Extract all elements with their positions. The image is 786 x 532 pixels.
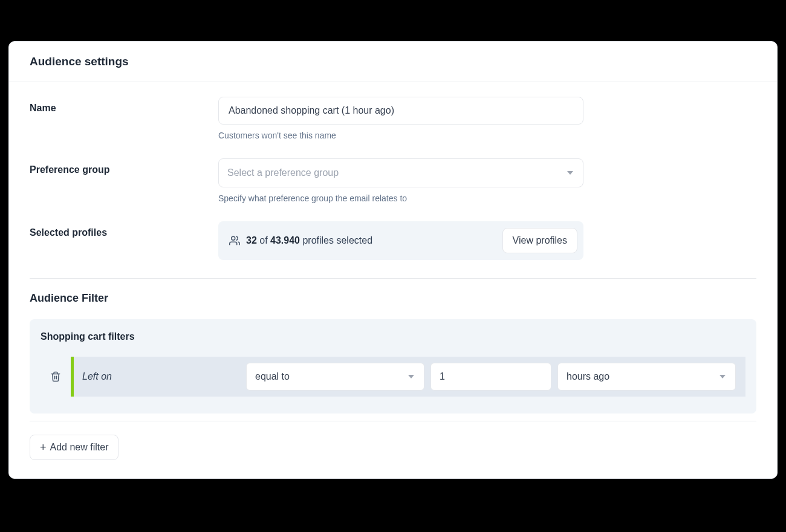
card-header: Audience settings <box>9 42 777 82</box>
filter-group-title: Shopping cart filters <box>41 331 745 342</box>
selected-profiles-panel: 32 of 43.940 profiles selected View prof… <box>218 221 583 260</box>
filter-operator-value: equal to <box>255 371 290 382</box>
selected-profiles-label: Selected profiles <box>30 227 107 238</box>
filter-field-label: Left on <box>74 371 240 382</box>
filter-operator-select[interactable]: equal to <box>246 363 424 391</box>
plus-icon: + <box>40 442 47 453</box>
page-title: Audience settings <box>30 55 756 68</box>
name-input[interactable] <box>218 97 583 125</box>
filter-group-panel: Shopping cart filters Left on <box>30 319 756 414</box>
divider <box>30 421 756 421</box>
users-icon <box>229 235 240 246</box>
preference-group-select[interactable]: Select a preference group <box>218 158 583 187</box>
name-label: Name <box>30 103 56 113</box>
preference-group-label: Preference group <box>30 164 109 175</box>
add-new-filter-label: Add new filter <box>50 442 109 453</box>
chevron-down-icon <box>719 375 726 378</box>
profiles-count-text: 32 of 43.940 profiles selected <box>246 235 372 246</box>
chevron-down-icon <box>408 375 414 378</box>
svg-point-0 <box>232 236 235 240</box>
add-new-filter-button[interactable]: + Add new filter <box>30 435 119 460</box>
name-helper-text: Customers won't see this name <box>218 131 583 140</box>
trash-icon[interactable] <box>50 371 61 382</box>
preference-group-placeholder: Select a preference group <box>227 167 339 178</box>
preference-group-helper-text: Specify what preference group the email … <box>218 193 583 203</box>
filter-unit-select[interactable]: hours ago <box>557 363 736 391</box>
divider <box>30 278 756 279</box>
audience-settings-card: Audience settings Name Customers won't s… <box>8 41 778 479</box>
filter-unit-value: hours ago <box>567 371 609 382</box>
filter-rule-row: Left on equal to hours ago <box>41 357 745 397</box>
filter-value-input[interactable] <box>430 363 551 391</box>
audience-filter-title: Audience Filter <box>30 292 756 305</box>
chevron-down-icon <box>567 171 573 175</box>
view-profiles-button[interactable]: View profiles <box>502 228 577 253</box>
